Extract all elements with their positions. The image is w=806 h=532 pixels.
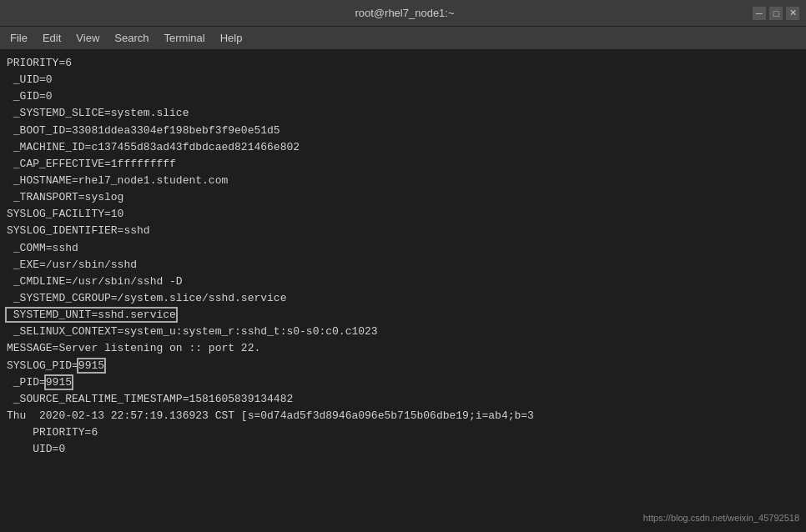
- line-21: _SOURCE_REALTIME_TIMESTAMP=1581605839134…: [7, 391, 799, 408]
- line-10: SYSLOG_FACILITY=10: [7, 206, 799, 223]
- pid-highlight: 9915: [46, 376, 72, 389]
- line-11: SYSLOG_IDENTIFIER=sshd: [7, 223, 799, 239]
- line-22: Thu 2020-02-13 22:57:19.136923 CST [s=0d…: [7, 408, 799, 424]
- line-19: SYSLOG_PID=9915: [7, 358, 799, 374]
- terminal-output: PRIORITY=6 _UID=0 _GID=0 _SYSTEMD_SLICE=…: [0, 50, 806, 532]
- line-24: UID=0: [7, 441, 799, 458]
- line-17: _SELINUX_CONTEXT=system_u:system_r:sshd_…: [7, 324, 799, 340]
- line-7: _CAP_EFFECTIVE=1fffffffff: [7, 156, 799, 173]
- systemd-unit-highlight: SYSTEMD_UNIT=sshd.service: [7, 309, 176, 321]
- line-6: _MACHINE_ID=c137455d83ad43fdbdcaed821466…: [7, 139, 799, 156]
- menu-file[interactable]: File: [3, 30, 34, 46]
- line-8: _HOSTNAME=rhel7_node1.student.com: [7, 173, 799, 189]
- line-5: _BOOT_ID=33081ddea3304ef198bebf3f9e0e51d…: [7, 123, 799, 139]
- syslog-pid-highlight: 9915: [78, 359, 104, 372]
- menu-view[interactable]: View: [69, 30, 106, 46]
- menu-search[interactable]: Search: [108, 30, 155, 46]
- menu-help[interactable]: Help: [214, 30, 249, 46]
- menu-edit[interactable]: Edit: [36, 30, 68, 46]
- line-2: _UID=0: [7, 72, 799, 88]
- line-20: _PID=9915: [7, 374, 799, 391]
- line-12: _COMM=sshd: [7, 240, 799, 257]
- line-13: _EXE=/usr/sbin/sshd: [7, 257, 799, 274]
- line-1: PRIORITY=6: [7, 55, 799, 72]
- window-controls[interactable]: ─ □ ✕: [753, 7, 799, 20]
- close-button[interactable]: ✕: [786, 7, 799, 20]
- line-14: _CMDLINE=/usr/sbin/sshd -D: [7, 274, 799, 290]
- window-title: root@rhel7_node1:~: [57, 7, 753, 19]
- watermark: https://blog.csdn.net/weixin_45792518: [643, 511, 799, 525]
- line-18: MESSAGE=Server listening on :: port 22.: [7, 340, 799, 357]
- line-3: _GID=0: [7, 88, 799, 105]
- menu-bar: File Edit View Search Terminal Help: [0, 27, 806, 50]
- title-bar: root@rhel7_node1:~ ─ □ ✕: [0, 0, 806, 27]
- minimize-button[interactable]: ─: [753, 7, 766, 20]
- line-15: _SYSTEMD_CGROUP=/system.slice/sshd.servi…: [7, 290, 799, 307]
- line-16-highlighted: SYSTEMD_UNIT=sshd.service: [7, 307, 799, 324]
- line-9: _TRANSPORT=syslog: [7, 189, 799, 206]
- maximize-button[interactable]: □: [769, 7, 783, 20]
- line-4: _SYSTEMD_SLICE=system.slice: [7, 105, 799, 122]
- menu-terminal[interactable]: Terminal: [158, 30, 212, 46]
- line-23: PRIORITY=6: [7, 424, 799, 441]
